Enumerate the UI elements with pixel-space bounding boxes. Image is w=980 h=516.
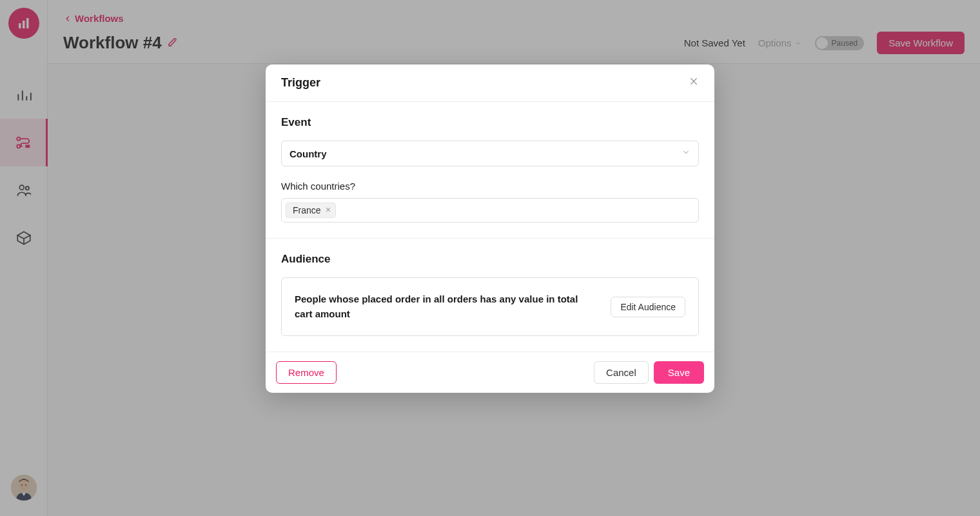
modal-overlay[interactable]: Trigger Event Country Which countries? F… [0,0,980,516]
event-section-title: Event [281,116,699,129]
save-button[interactable]: Save [654,361,704,384]
audience-section-title: Audience [281,253,699,266]
modal-header: Trigger [266,64,714,102]
edit-audience-button[interactable]: Edit Audience [611,297,685,317]
event-select[interactable]: Country [281,141,699,166]
remove-button[interactable]: Remove [276,361,337,384]
chevron-down-icon [681,148,691,159]
audience-box: People whose placed order in all orders … [281,277,699,336]
tag-label: France [293,205,321,215]
audience-description: People whose placed order in all orders … [295,292,598,321]
modal-title: Trigger [281,76,320,90]
audience-section: Audience People whose placed order in al… [266,238,714,352]
countries-input[interactable]: France [281,198,699,223]
event-section: Event Country Which countries? France [266,102,714,238]
event-select-value: Country [289,148,327,159]
cancel-button[interactable]: Cancel [594,361,649,384]
tag-remove-button[interactable] [325,206,331,215]
country-tag: France [286,203,336,218]
x-icon [325,206,331,213]
trigger-modal: Trigger Event Country Which countries? F… [266,64,714,393]
close-icon [689,76,699,86]
close-button[interactable] [689,76,699,90]
modal-footer: Remove Cancel Save [266,352,714,393]
countries-label: Which countries? [281,181,699,192]
